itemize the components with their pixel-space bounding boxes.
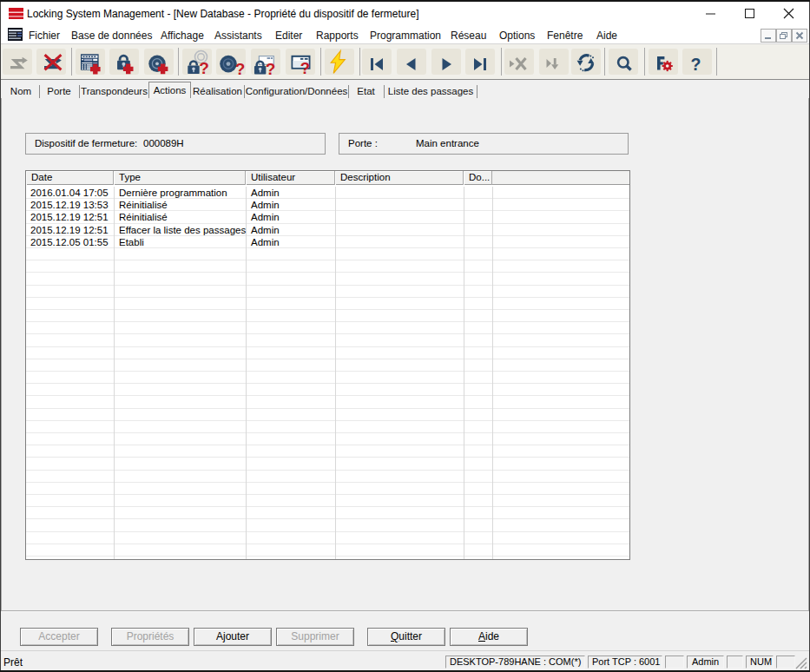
svg-text:?: ? [266,60,276,78]
svg-text:?: ? [199,59,209,77]
svg-text:?: ? [691,55,701,74]
svg-text:?: ? [300,59,309,77]
svg-text:?: ? [235,60,246,78]
